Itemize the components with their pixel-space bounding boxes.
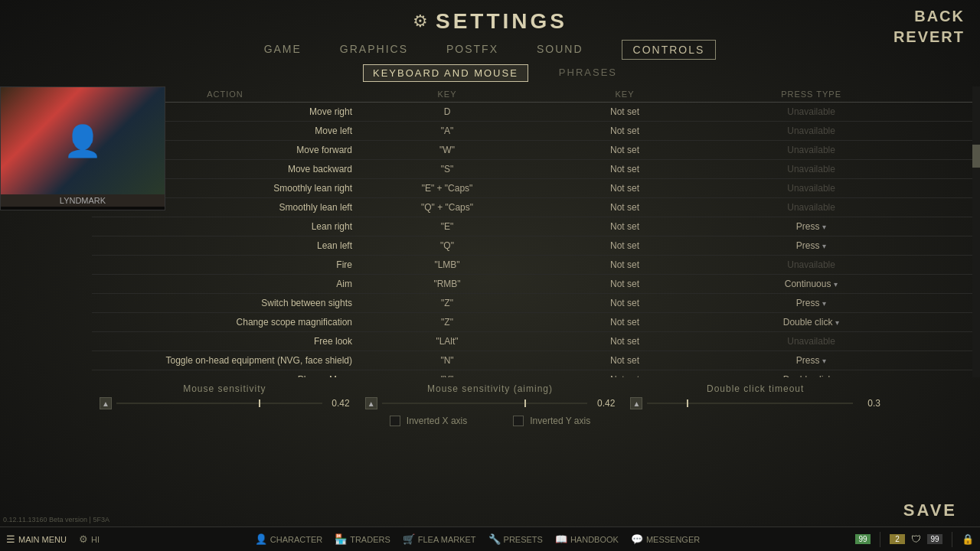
key2-cell[interactable]: Not set bbox=[536, 103, 714, 122]
tab-game[interactable]: GAME bbox=[264, 40, 302, 60]
key1-cell[interactable]: "LMB" bbox=[358, 256, 536, 275]
table-row[interactable]: Move right D Not set Unavailable bbox=[92, 103, 980, 122]
press-type-cell[interactable]: Continuous▾ bbox=[714, 275, 909, 294]
bottom-center: 👤 CHARACTER 🏪 TRADERS 🛒 FLEA MARKET 🔧 PR… bbox=[255, 533, 700, 545]
key1-cell[interactable]: D bbox=[358, 103, 536, 122]
key1-cell[interactable]: "Z" bbox=[358, 294, 536, 313]
main-menu-button[interactable]: ☰ MAIN MENU bbox=[6, 533, 67, 545]
key1-cell[interactable]: "E" + "Caps" bbox=[358, 179, 536, 198]
table-row[interactable]: Move forward "W" Not set Unavailable bbox=[92, 141, 980, 160]
key1-cell[interactable]: "W" bbox=[358, 141, 536, 160]
table-row[interactable]: Free look "LAlt" Not set Unavailable bbox=[92, 332, 980, 351]
hi-button[interactable]: ⚙ HI bbox=[79, 533, 100, 545]
save-button[interactable]: SAVE bbox=[903, 500, 957, 520]
action-cell: Toggle on-head equipment (NVG, face shie… bbox=[92, 351, 358, 370]
inverted-x-checkbox[interactable] bbox=[390, 416, 400, 426]
inverted-x-checkbox-item[interactable]: Inverted X axis bbox=[390, 416, 467, 426]
key2-cell[interactable]: Not set bbox=[536, 351, 714, 370]
table-row[interactable]: Smoothly lean left "Q" + "Caps" Not set … bbox=[92, 198, 980, 217]
inverted-x-label: Inverted X axis bbox=[407, 416, 467, 426]
handbook-button[interactable]: 📖 HANDBOOK bbox=[555, 533, 619, 545]
table-row[interactable]: Toggle on-head equipment (NVG, face shie… bbox=[92, 351, 980, 370]
mouse-sensitivity-track[interactable] bbox=[116, 403, 322, 404]
table-row[interactable]: Move left "A" Not set Unavailable bbox=[92, 122, 980, 141]
mouse-sensitivity-label: Mouse sensitivity bbox=[183, 383, 266, 394]
key2-cell[interactable]: Not set bbox=[536, 179, 714, 198]
key2-cell[interactable]: Not set bbox=[536, 141, 714, 160]
sensitivity-section: Mouse sensitivity ▲ 0.42 Mouse sensitivi… bbox=[0, 377, 980, 409]
table-row[interactable]: Fire "LMB" Not set Unavailable bbox=[92, 256, 980, 275]
key2-cell[interactable]: Not set bbox=[536, 198, 714, 217]
table-row[interactable]: Smoothly lean right "E" + "Caps" Not set… bbox=[92, 179, 980, 198]
back-button[interactable]: BACK bbox=[914, 8, 965, 25]
counter-gray: 99 bbox=[927, 534, 942, 544]
key2-cell[interactable]: Not set bbox=[536, 294, 714, 313]
table-row[interactable]: Lean left "Q" Not set Press▾ bbox=[92, 236, 980, 256]
key2-cell[interactable]: Not set bbox=[536, 256, 714, 275]
table-row[interactable]: Aim "RMB" Not set Continuous▾ bbox=[92, 275, 980, 294]
action-cell: Lean left bbox=[92, 236, 358, 256]
action-cell: Aim bbox=[92, 275, 358, 294]
double-click-value: 0.3 bbox=[858, 398, 880, 409]
press-type-cell[interactable]: Press▾ bbox=[714, 217, 909, 236]
key1-cell[interactable]: "E" bbox=[358, 217, 536, 236]
double-click-decrease[interactable]: ▲ bbox=[630, 397, 642, 409]
key1-cell[interactable]: "Q" + "Caps" bbox=[358, 198, 536, 217]
mouse-aiming-sensitivity-group: Mouse sensitivity (aiming) ▲ 0.42 bbox=[358, 383, 623, 409]
key2-cell[interactable]: Not set bbox=[536, 275, 714, 294]
key2-cell[interactable]: Not set bbox=[536, 332, 714, 351]
flea-market-button[interactable]: 🛒 FLEA MARKET bbox=[403, 533, 476, 545]
inverted-y-checkbox-item[interactable]: Inverted Y axis bbox=[513, 416, 590, 426]
inverted-y-label: Inverted Y axis bbox=[530, 416, 590, 426]
press-type-cell: Unavailable bbox=[714, 198, 909, 217]
key2-cell[interactable]: Not set bbox=[536, 122, 714, 141]
press-type-cell[interactable]: Press▾ bbox=[714, 351, 909, 370]
double-click-track[interactable] bbox=[647, 403, 853, 404]
mouse-sensitivity-decrease[interactable]: ▲ bbox=[100, 397, 112, 409]
character-button[interactable]: 👤 CHARACTER bbox=[255, 533, 322, 545]
tab-controls[interactable]: CONTROLS bbox=[622, 40, 717, 60]
mouse-aiming-track[interactable] bbox=[382, 403, 588, 404]
key1-cell[interactable]: "S" bbox=[358, 160, 536, 179]
presets-button[interactable]: 🔧 PRESETS bbox=[488, 533, 543, 545]
sub-tab-keyboard[interactable]: KEYBOARD AND MOUSE bbox=[363, 64, 528, 82]
table-row[interactable]: Lean right "E" Not set Press▾ bbox=[92, 217, 980, 236]
key1-cell[interactable]: "Y" bbox=[358, 370, 536, 378]
press-type-cell[interactable]: Double click▾ bbox=[714, 313, 909, 332]
key1-cell[interactable]: "N" bbox=[358, 351, 536, 370]
tab-sound[interactable]: SOUND bbox=[537, 40, 583, 60]
handbook-label: HANDBOOK bbox=[570, 535, 619, 544]
scrollbar[interactable] bbox=[972, 86, 980, 377]
press-type-cell: Unavailable bbox=[714, 332, 909, 351]
inverted-y-checkbox[interactable] bbox=[513, 416, 524, 426]
sub-tab-phrases[interactable]: PHRASES bbox=[559, 64, 617, 82]
table-row[interactable]: Phrase Menu "Y" Not set Double click▾ bbox=[92, 370, 980, 378]
key1-cell[interactable]: "Z" bbox=[358, 313, 536, 332]
key1-cell[interactable]: "A" bbox=[358, 122, 536, 141]
messenger-button[interactable]: 💬 MESSENGER bbox=[631, 533, 700, 545]
traders-button[interactable]: 🏪 TRADERS bbox=[335, 533, 390, 545]
press-type-cell[interactable]: Press▾ bbox=[714, 236, 909, 256]
key2-cell[interactable]: Not set bbox=[536, 160, 714, 179]
key1-cell[interactable]: "LAlt" bbox=[358, 332, 536, 351]
key1-cell[interactable]: "Q" bbox=[358, 236, 536, 256]
double-click-slider-row: ▲ 0.3 bbox=[622, 397, 888, 409]
table-row[interactable]: Switch between sights "Z" Not set Press▾ bbox=[92, 294, 980, 313]
tab-postfx[interactable]: POSTFX bbox=[446, 40, 498, 60]
key2-cell[interactable]: Not set bbox=[536, 370, 714, 378]
scrollbar-thumb[interactable] bbox=[972, 145, 980, 168]
key1-cell[interactable]: "RMB" bbox=[358, 275, 536, 294]
key2-cell[interactable]: Not set bbox=[536, 236, 714, 256]
key2-cell[interactable]: Not set bbox=[536, 313, 714, 332]
table-row[interactable]: Move backward "S" Not set Unavailable bbox=[92, 160, 980, 179]
divider2 bbox=[952, 532, 952, 547]
press-type-cell[interactable]: Press▾ bbox=[714, 294, 909, 313]
revert-button[interactable]: REVERT bbox=[893, 28, 965, 46]
tab-graphics[interactable]: GRAPHICS bbox=[340, 40, 408, 60]
press-type-cell[interactable]: Double click▾ bbox=[714, 370, 909, 378]
traders-icon: 🏪 bbox=[335, 533, 347, 545]
mouse-sensitivity-slider-row: ▲ 0.42 bbox=[92, 397, 358, 409]
key2-cell[interactable]: Not set bbox=[536, 217, 714, 236]
table-row[interactable]: Change scope magnification "Z" Not set D… bbox=[92, 313, 980, 332]
mouse-aiming-decrease[interactable]: ▲ bbox=[365, 397, 377, 409]
